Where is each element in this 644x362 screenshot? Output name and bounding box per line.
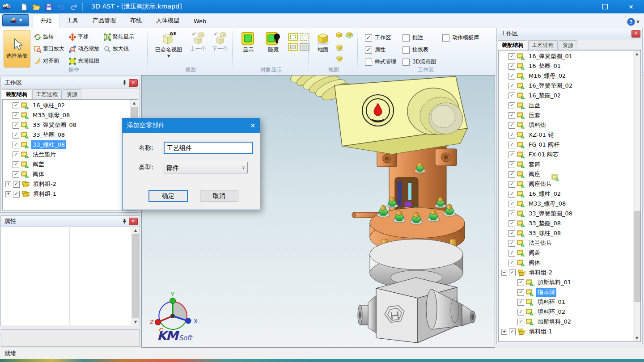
cancel-button[interactable]: 取消 [200, 190, 238, 202]
tree-group-row[interactable]: +✓填料组-2 [3, 179, 130, 189]
left-panel-tab[interactable]: 工艺过程 [32, 89, 62, 99]
pan-button[interactable]: 平移 [67, 31, 101, 43]
scroll-down-icon[interactable]: ▼ [633, 335, 640, 341]
tree-checkbox[interactable]: ✓ [508, 112, 515, 119]
check-wiring-table[interactable]: 接线表 [402, 44, 436, 56]
tree-item-row[interactable]: ✓指示牌 [499, 287, 633, 297]
tree-checkbox[interactable]: ✓ [508, 53, 515, 60]
tree-item-row[interactable]: ✓33_垫圈_08 [3, 130, 130, 140]
magnifier-button[interactable]: 放大镜 [102, 43, 136, 55]
tree-checkbox[interactable]: ✓ [517, 299, 524, 306]
ground-button[interactable]: 地面 [312, 31, 334, 54]
tab-home[interactable]: 开始 [33, 13, 59, 28]
tree-item-row[interactable]: ✓33_螺柱_08 [3, 140, 130, 150]
tree-item-row[interactable]: ✓填料垫 [499, 120, 633, 130]
tree-item-row[interactable]: ✓阀盖 [499, 248, 633, 258]
close-panel-button[interactable]: ✕ [129, 218, 138, 225]
tree-item-row[interactable]: ✓阀座 [499, 169, 633, 179]
tree-checkbox[interactable]: ✓ [13, 142, 19, 148]
tree-checkbox[interactable]: ✓ [508, 250, 515, 257]
next-view-button[interactable]: 下一个 [209, 31, 231, 53]
tree-item-row[interactable]: ✓加斯填料_01 [499, 278, 633, 287]
left-panel-tab[interactable]: 资源 [63, 89, 81, 99]
close-button[interactable]: ✕ [618, 0, 644, 13]
right-panel-tab[interactable]: 装配结构 [498, 40, 527, 50]
tab-product-management[interactable]: 产品管理 [85, 14, 123, 28]
tree-item-row[interactable]: ✓M16_螺母_02 [499, 71, 633, 81]
tree-checkbox[interactable]: ✓ [13, 102, 19, 109]
type-select[interactable]: 部件 ∨ [164, 162, 248, 173]
expand-icon[interactable]: + [501, 329, 507, 335]
tree-checkbox[interactable]: ✓ [508, 132, 515, 139]
tab-tools[interactable]: 工具 [59, 14, 85, 28]
checkbox-icon[interactable] [365, 59, 372, 66]
display-mode-solid-frame-button[interactable] [288, 33, 298, 41]
tree-checkbox[interactable]: ✓ [13, 132, 19, 139]
tree-checkbox[interactable]: ✓ [508, 240, 515, 247]
dialog-close-icon[interactable]: ✕ [250, 122, 255, 129]
scrollbar[interactable]: ▲ ▼ [131, 227, 139, 325]
checkbox-icon[interactable] [442, 34, 449, 42]
checkbox-icon[interactable]: ✓ [365, 34, 372, 42]
previous-view-button[interactable]: 上一个 [188, 31, 208, 53]
tree-checkbox[interactable]: ✓ [517, 289, 524, 296]
tree-checkbox[interactable]: ✓ [517, 309, 524, 316]
check-workspace[interactable]: ✓工作区 [365, 32, 396, 44]
tree-item-row[interactable]: ✓填料环_02 [499, 307, 633, 317]
scroll-up-icon[interactable]: ▲ [633, 51, 640, 57]
tree-checkbox[interactable]: ✓ [13, 181, 20, 188]
expand-icon[interactable]: + [5, 181, 11, 187]
tree-item-row[interactable]: ✓FX-01 阀芯 [499, 150, 633, 160]
tree-item-row[interactable]: ✓16_螺柱_02 [3, 101, 130, 110]
scroll-up-icon[interactable]: ▲ [131, 100, 138, 106]
tree-checkbox[interactable]: ✓ [13, 122, 19, 129]
rotate-button[interactable]: 旋转 [32, 31, 66, 43]
tree-checkbox[interactable]: ✓ [508, 191, 515, 198]
tree-item-row[interactable]: ✓加斯填料_02 [499, 317, 633, 327]
tree-group-row[interactable]: +✓填料组-1 [499, 327, 633, 337]
tree-item-row[interactable]: ✓16_垫圈_01 [499, 61, 633, 71]
undo-button[interactable] [55, 1, 67, 12]
ok-button[interactable]: 确定 [148, 190, 188, 202]
check-action-template-library[interactable]: 动作模板库 [442, 32, 479, 44]
tree-checkbox[interactable]: ✓ [508, 230, 515, 237]
tree-checkbox[interactable]: ✓ [508, 260, 515, 266]
tree-item-row[interactable]: ✓FG-01 阀杆 [499, 140, 633, 150]
tab-human-model[interactable]: 人体模型 [149, 14, 186, 28]
checkbox-icon[interactable] [402, 46, 410, 54]
ground-option-shadow-icon[interactable] [336, 44, 343, 51]
tree-item-row[interactable]: ✓法兰垫片 [3, 150, 130, 160]
focus-display-button[interactable]: 聚焦显示 [102, 31, 136, 43]
tree-item-row[interactable]: ✓33_垫圈_08 [499, 219, 633, 228]
checkbox-icon[interactable]: ✓ [365, 46, 372, 54]
checkbox-icon[interactable] [402, 59, 410, 66]
scroll-up-icon[interactable]: ▲ [132, 227, 139, 234]
tree-item-row[interactable]: ✓M33_螺母_08 [3, 110, 130, 120]
tree-item-row[interactable]: ✓压盘 [499, 101, 633, 110]
tree-checkbox[interactable]: ✓ [509, 269, 516, 276]
checkbox-icon[interactable] [402, 34, 410, 42]
left-panel-tab[interactable]: 装配结构 [2, 89, 31, 99]
open-file-button[interactable] [30, 1, 42, 12]
tree-checkbox[interactable]: ✓ [13, 152, 19, 158]
tree-checkbox[interactable]: ✓ [13, 112, 19, 119]
tree-item-row[interactable]: ✓阀盖 [3, 160, 130, 169]
tree-checkbox[interactable]: ✓ [508, 73, 515, 80]
maximize-button[interactable] [592, 0, 618, 13]
tree-item-row[interactable]: ✓33_弹簧垫圈_08 [499, 209, 633, 219]
tree-checkbox[interactable]: ✓ [508, 161, 515, 168]
tree-group-row[interactable]: −✓填料组-2 [499, 268, 633, 278]
tree-checkbox[interactable]: ✓ [508, 122, 515, 129]
tree-item-row[interactable]: ✓法兰垫片 [499, 238, 633, 248]
tree-checkbox[interactable]: ✓ [508, 83, 515, 89]
tree-checkbox[interactable]: ✓ [508, 63, 515, 70]
tree-item-row[interactable]: ✓阀座垫片 [499, 179, 633, 189]
expand-icon[interactable]: + [5, 191, 11, 197]
right-panel-tab[interactable]: 工艺过程 [528, 40, 558, 50]
tree-checkbox[interactable]: ✓ [508, 102, 515, 109]
tree-item-row[interactable]: ✓16_弹簧垫圈_02 [499, 81, 633, 91]
tree-item-row[interactable]: ✓M33_螺母_08 [499, 199, 633, 209]
tree-item-row[interactable]: ✓压套 [499, 110, 633, 120]
tree-checkbox[interactable]: ✓ [508, 93, 515, 99]
dynamic-zoom-button[interactable]: 动态缩放 [67, 43, 101, 55]
